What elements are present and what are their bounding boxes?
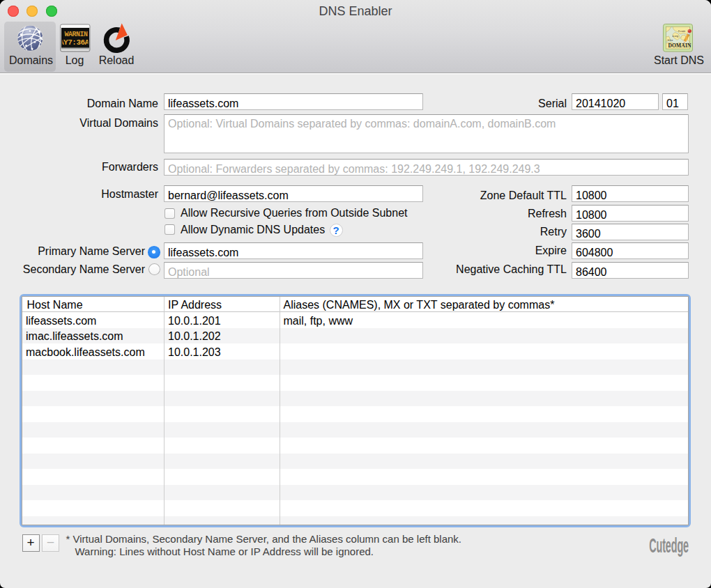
svg-text:DOMAIN: DOMAIN [668, 42, 691, 49]
svg-text:WARNIN: WARNIN [65, 31, 89, 38]
svg-text:.biz: .biz [669, 39, 673, 42]
svg-text:.com: .com [680, 30, 685, 33]
svg-text:.org: .org [674, 35, 679, 38]
svg-text:AY7:36A: AY7:36A [59, 38, 90, 47]
